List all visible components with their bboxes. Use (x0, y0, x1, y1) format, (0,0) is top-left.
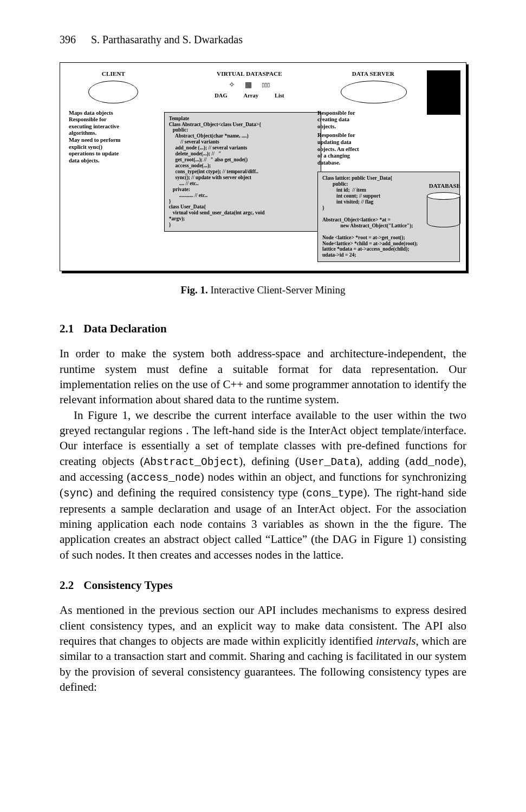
label-dag: DAG (215, 93, 227, 99)
page-number: 396 (60, 32, 76, 47)
figure-caption-text: Interactive Client-Server Mining (208, 284, 346, 296)
figure-caption: Fig. 1. Interactive Client-Server Mining (60, 283, 466, 297)
template-code: Template Class Abstract_Object<class Use… (164, 112, 321, 232)
paragraph-3: As mentioned in the previous section our… (60, 603, 466, 695)
section-2-2-number: 2.2 (60, 579, 74, 592)
code-access-node: access_node (131, 472, 200, 484)
black-box-icon (427, 70, 460, 115)
section-2-2-heading: 2.2Consistency Types (60, 578, 466, 593)
p3-intervals: intervals (376, 634, 416, 647)
paragraph-2: In Figure 1, we describe the current int… (60, 408, 466, 562)
code-cons-type: cons_type (306, 488, 363, 500)
label-list: List (275, 93, 284, 99)
label-array: Array (244, 93, 258, 99)
server-description-a: Responsible for creating data objects. (317, 110, 408, 130)
client-cloud-icon (88, 81, 138, 103)
database-label: DATABASE (429, 182, 460, 189)
list-icon: ▯▯▯ (262, 82, 270, 88)
section-2-1-heading: 2.1Data Declaration (60, 321, 466, 336)
p2-part-f: ) and defining the required consistency … (89, 486, 306, 499)
paragraph-1: In order to make the system both address… (60, 346, 466, 407)
code-sync: sync (63, 488, 89, 500)
p2-part-b: ), defining ( (239, 455, 299, 468)
data-server-title: DATA SERVER (341, 70, 406, 77)
figure-1: CLIENT VIRTUAL DATASPACE ✧ ▦ ▯▯▯ DAG Arr… (60, 62, 466, 271)
page-header: 396 S. Parthasarathy and S. Dwarkadas (60, 32, 466, 47)
database-icon (427, 192, 460, 227)
code-add-node: add_node (409, 456, 460, 468)
client-title: CLIENT (69, 70, 158, 77)
code-user-data: User_Data (299, 456, 356, 468)
p2-part-c: ), adding ( (356, 455, 409, 468)
client-description: Maps data objects Responsible for execut… (69, 110, 158, 165)
virtual-dataspace-title: VIRTUAL DATASPACE (176, 70, 323, 77)
section-2-1-number: 2.1 (60, 322, 74, 335)
header-authors: S. Parthasarathy and S. Dwarkadas (91, 32, 243, 47)
page: 396 S. Parthasarathy and S. Dwarkadas CL… (0, 0, 526, 812)
section-2-2-title: Consistency Types (83, 579, 172, 592)
server-description-b: Responsible for updating data objects. A… (317, 132, 408, 166)
array-icon: ▦ (245, 81, 252, 89)
server-cloud-icon (341, 81, 407, 103)
dataspace-icons: ✧ ▦ ▯▯▯ (176, 81, 323, 89)
section-2-1-title: Data Declaration (83, 322, 166, 335)
dag-icon: ✧ (229, 81, 235, 89)
code-abstract-object: Abstract_Object (144, 456, 239, 468)
figure-caption-bold: Fig. 1. (181, 284, 208, 296)
